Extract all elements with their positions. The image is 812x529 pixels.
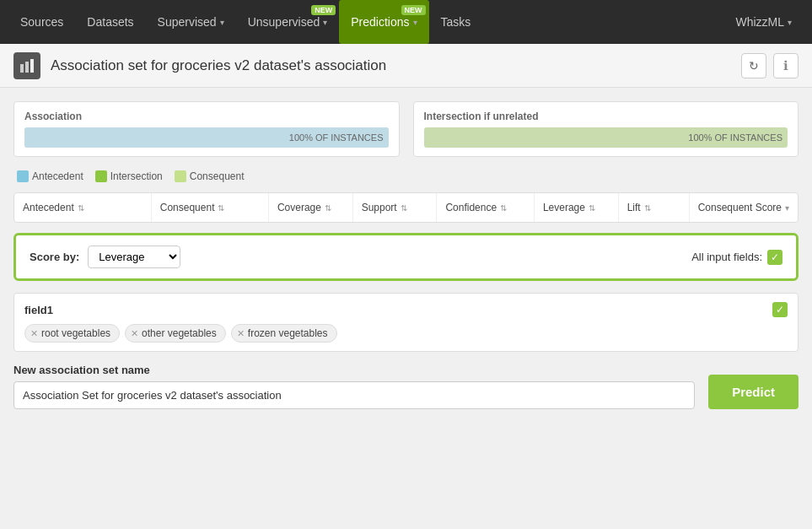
intersection-bar-label: 100% OF INSTANCES: [688, 132, 782, 143]
nav-label-supervised: Supervised: [158, 15, 217, 29]
consequent-label: Consequent: [190, 170, 245, 182]
nav-label-unsupervised: Unsupervised: [248, 15, 320, 29]
score-by-select[interactable]: Leverage Lift Support Confidence Coverag…: [88, 246, 180, 268]
tag-frozen-vegetables-remove[interactable]: ✕: [237, 328, 245, 339]
intersection-swatch: [95, 170, 107, 182]
antecedent-sort-icon: ⇅: [78, 203, 84, 213]
bottom-section: New association set name Predict: [13, 364, 799, 409]
name-input[interactable]: [13, 381, 695, 409]
score-by-label: Score by:: [30, 251, 79, 263]
svg-rect-0: [20, 64, 24, 73]
nav-item-supervised[interactable]: Supervised ▾: [146, 0, 236, 44]
tag-frozen-vegetables-label: frozen vegetables: [248, 327, 328, 339]
navbar: Sources Datasets Supervised ▾ NEW Unsupe…: [0, 0, 812, 44]
svg-rect-2: [30, 59, 34, 73]
whizzml-menu[interactable]: WhizzML ▾: [723, 0, 804, 44]
nav-label-datasets: Datasets: [87, 15, 133, 29]
legend-intersection: Intersection: [95, 170, 163, 182]
legend-consequent: Consequent: [175, 170, 245, 182]
unsupervised-badge: NEW: [311, 5, 336, 15]
name-section: New association set name: [13, 364, 695, 409]
header-bar: Association set for groceries v2 dataset…: [0, 44, 812, 88]
info-icon: ℹ: [783, 58, 788, 73]
all-input-fields-label: All input fields:: [691, 251, 762, 263]
field1-card: field1 ✓ ✕ root vegetables ✕ other veget…: [13, 293, 799, 352]
col-lift-label: Lift: [627, 202, 641, 213]
leverage-sort-icon: ⇅: [589, 203, 595, 213]
name-label: New association set name: [13, 364, 695, 376]
association-bar-label: 100% OF INSTANCES: [289, 132, 384, 143]
field1-name: field1: [24, 304, 53, 316]
col-leverage-label: Leverage: [543, 202, 585, 213]
col-conscore-label: Consequent Score: [698, 202, 782, 213]
col-antecedent[interactable]: Antecedent ⇅: [14, 193, 152, 222]
predict-label: Predict: [732, 385, 775, 399]
col-lift[interactable]: Lift ⇅: [619, 193, 690, 222]
unsupervised-dropdown-icon: ▾: [323, 18, 327, 27]
antecedent-swatch: [17, 170, 29, 182]
nav-item-tasks[interactable]: Tasks: [429, 0, 483, 44]
col-confidence-label: Confidence: [445, 202, 497, 213]
consequent-sort-icon: ⇅: [218, 203, 224, 213]
lift-sort-icon: ⇅: [644, 203, 651, 213]
header-logo-icon: [13, 52, 40, 79]
col-conscore[interactable]: Consequent Score ▾: [690, 193, 798, 222]
nav-label-sources: Sources: [20, 15, 63, 29]
coverage-sort-icon: ⇅: [325, 203, 331, 213]
nav-item-datasets[interactable]: Datasets: [75, 0, 145, 44]
association-title: Association: [24, 111, 389, 122]
tag-root-vegetables: ✕ root vegetables: [24, 324, 120, 343]
intersection-card: Intersection if unrelated 100% OF INSTAN…: [413, 101, 799, 157]
legend-antecedent: Antecedent: [17, 170, 83, 182]
col-consequent-label: Consequent: [160, 202, 215, 213]
col-consequent[interactable]: Consequent ⇅: [152, 193, 269, 222]
table-header: Antecedent ⇅ Consequent ⇅ Coverage ⇅ Sup…: [13, 192, 799, 223]
all-input-fields-checkbox[interactable]: ✓: [767, 250, 782, 265]
support-sort-icon: ⇅: [401, 203, 407, 213]
tag-frozen-vegetables: ✕ frozen vegetables: [231, 324, 337, 343]
score-section: Score by: Leverage Lift Support Confiden…: [13, 233, 799, 281]
page-title: Association set for groceries v2 dataset…: [51, 57, 386, 74]
predict-button[interactable]: Predict: [708, 375, 799, 409]
association-row: Association 100% OF INSTANCES Intersecti…: [13, 101, 799, 157]
col-antecedent-label: Antecedent: [23, 202, 74, 213]
field1-tags: ✕ root vegetables ✕ other vegetables ✕ f…: [24, 324, 788, 343]
legend-row: Antecedent Intersection Consequent: [13, 170, 799, 182]
col-support[interactable]: Support ⇅: [353, 193, 438, 222]
supervised-dropdown-icon: ▾: [220, 18, 224, 27]
tag-other-vegetables: ✕ other vegetables: [125, 324, 226, 343]
header-actions: ↻ ℹ: [741, 53, 799, 78]
refresh-button[interactable]: ↻: [741, 53, 766, 78]
refresh-icon: ↻: [749, 59, 759, 73]
col-coverage-label: Coverage: [277, 202, 321, 213]
nav-item-predictions[interactable]: NEW Predictions ▾: [339, 0, 428, 44]
association-bar: 100% OF INSTANCES: [24, 127, 389, 148]
association-card: Association 100% OF INSTANCES: [13, 101, 400, 157]
intersection-bar: 100% OF INSTANCES: [424, 127, 788, 148]
conscore-sort-icon: ▾: [785, 203, 789, 213]
tag-other-vegetables-remove[interactable]: ✕: [131, 328, 138, 339]
nav-item-unsupervised[interactable]: NEW Unsupervised ▾: [236, 0, 340, 44]
main-content: Association 100% OF INSTANCES Intersecti…: [0, 88, 812, 529]
col-support-label: Support: [362, 202, 397, 213]
col-coverage[interactable]: Coverage ⇅: [269, 193, 353, 222]
nav-label-tasks: Tasks: [441, 15, 471, 29]
info-button[interactable]: ℹ: [773, 53, 799, 78]
nav-label-predictions: Predictions: [351, 15, 409, 29]
whizzml-label: WhizzML: [735, 15, 784, 29]
all-input-fields: All input fields: ✓: [691, 250, 782, 265]
col-confidence[interactable]: Confidence ⇅: [437, 193, 535, 222]
intersection-label: Intersection: [110, 170, 163, 182]
svg-rect-1: [25, 62, 29, 73]
predictions-badge: NEW: [401, 5, 426, 15]
antecedent-label: Antecedent: [32, 170, 83, 182]
consequent-swatch: [175, 170, 186, 182]
field1-header: field1 ✓: [24, 302, 788, 317]
col-leverage[interactable]: Leverage ⇅: [535, 193, 619, 222]
nav-item-sources[interactable]: Sources: [8, 0, 75, 44]
tag-root-vegetables-remove[interactable]: ✕: [30, 328, 38, 339]
tag-other-vegetables-label: other vegetables: [142, 327, 217, 339]
confidence-sort-icon: ⇅: [500, 203, 507, 213]
field1-checkbox[interactable]: ✓: [772, 302, 788, 317]
tag-root-vegetables-label: root vegetables: [41, 327, 110, 339]
